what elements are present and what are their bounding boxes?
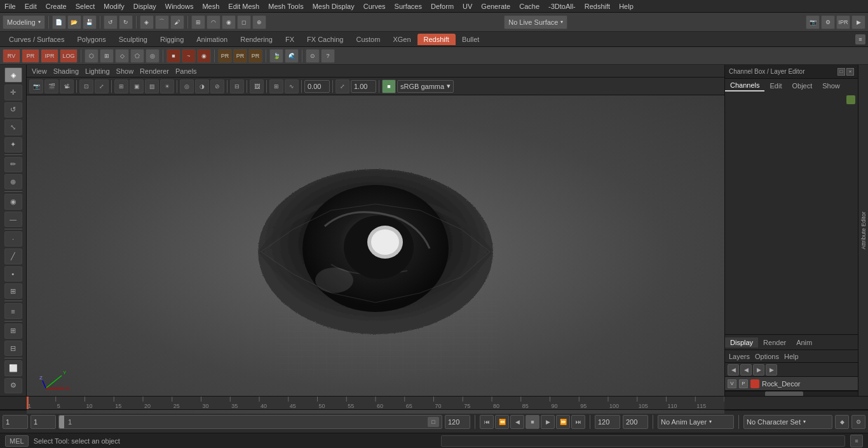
vp-menu-view[interactable]: View <box>32 67 47 75</box>
snap-curve-btn[interactable]: ◠ <box>207 15 220 29</box>
layer-name[interactable]: Rock_Decor <box>762 380 801 388</box>
quick-layout-btn[interactable]: ⬜ <box>4 360 22 376</box>
vt-color-space-dropdown[interactable]: sRGB gamma ▾ <box>397 80 454 93</box>
frame-current-field[interactable]: 1 <box>31 415 56 429</box>
step-fwd-btn[interactable]: ⏩ <box>556 415 570 429</box>
frame-start-field[interactable]: 1 <box>3 415 28 429</box>
attribute-editor-tab[interactable]: Attribute Editor <box>858 65 868 396</box>
menu-modify[interactable]: Modify <box>99 1 128 11</box>
vt-camera-scale[interactable]: 1.00 <box>351 80 376 93</box>
transform-tool-btn[interactable]: ✛ <box>4 85 22 100</box>
tab-redshift[interactable]: Redshift <box>417 34 456 45</box>
vt-frame-all[interactable]: ⤢ <box>95 79 109 93</box>
component-edge-btn[interactable]: ╱ <box>4 248 22 264</box>
open-file-btn[interactable]: 📂 <box>67 15 81 29</box>
snap-point-btn[interactable]: ◉ <box>222 15 236 29</box>
layer-tab-render[interactable]: Render <box>758 337 791 348</box>
rs-obj1[interactable]: ⬡ <box>85 49 98 63</box>
tab-channels[interactable]: Channels <box>725 80 764 92</box>
tab-animation[interactable]: Animation <box>190 34 234 45</box>
layer-playback-btn[interactable]: P <box>739 379 748 388</box>
shelf-btn2[interactable]: ⊟ <box>4 341 22 356</box>
menu-curves[interactable]: Curves <box>359 1 390 11</box>
char-set-key-btn[interactable]: ◆ <box>835 415 849 429</box>
snap-vertex-btn[interactable]: ◉ <box>4 194 22 209</box>
rs-curve[interactable]: ~ <box>182 49 196 63</box>
rs-tex1[interactable]: 🍃 <box>269 49 283 63</box>
step-back-btn[interactable]: ⏪ <box>495 415 509 429</box>
vt-wireframe[interactable]: ⊞ <box>114 79 128 93</box>
layer-scrollbar[interactable] <box>725 391 858 396</box>
menu-display[interactable]: Display <box>129 1 161 11</box>
total-field[interactable]: 200 <box>623 415 648 429</box>
status-right-btn[interactable]: ≡ <box>850 435 863 447</box>
layer-menu-layers[interactable]: Layers <box>729 353 750 360</box>
vp-menu-renderer[interactable]: Renderer <box>140 67 169 75</box>
tab-channel-show[interactable]: Show <box>817 81 845 91</box>
component-face-btn[interactable]: ▪ <box>4 266 22 282</box>
viewport[interactable]: Y X Z persp <box>27 95 724 414</box>
playback-end-field[interactable]: 120 <box>445 415 470 429</box>
vp-menu-show[interactable]: Show <box>116 67 134 75</box>
rs-obj2[interactable]: ⊞ <box>100 49 114 63</box>
rs-cube[interactable]: ■ <box>166 49 180 63</box>
ipr-btn[interactable]: IPR <box>836 15 850 29</box>
command-input[interactable] <box>441 435 845 447</box>
component-vtx-btn[interactable]: · <box>4 231 22 247</box>
workspace-dropdown[interactable]: Modeling ▾ <box>3 15 45 29</box>
rs-circle[interactable]: ◉ <box>197 49 211 63</box>
new-file-btn[interactable]: 📄 <box>52 15 66 29</box>
vt-camera-pos[interactable]: 0.00 <box>304 80 330 93</box>
char-set-dropdown[interactable]: No Character Set ▾ <box>743 415 832 429</box>
menu-uv[interactable]: UV <box>458 1 477 11</box>
component-uvs-btn[interactable]: ⊞ <box>4 283 22 299</box>
layer-arrow-right[interactable]: ▶ <box>753 364 764 376</box>
tab-bullet[interactable]: Bullet <box>456 34 486 45</box>
panel-close-btn[interactable]: × <box>846 68 854 76</box>
panel-float-btn[interactable]: □ <box>837 68 845 76</box>
lasso-btn[interactable]: ⌒ <box>155 15 169 29</box>
rs-tex2[interactable]: 🌊 <box>285 49 299 63</box>
rs-light1[interactable]: PR <box>218 49 232 63</box>
rs-light3[interactable]: PR <box>248 49 262 63</box>
menu-file[interactable]: File <box>0 1 20 11</box>
toolbox-btn[interactable]: ⚙ <box>4 378 22 393</box>
timeline-ruler[interactable]: 1510152025303540455055606570758085909510… <box>27 397 724 409</box>
menu-generate[interactable]: Generate <box>477 1 515 11</box>
tab-channel-edit[interactable]: Edit <box>764 81 787 91</box>
menu-mesh[interactable]: Mesh <box>198 1 224 11</box>
save-file-btn[interactable]: 💾 <box>83 15 97 29</box>
menu-edit-mesh[interactable]: Edit Mesh <box>224 1 264 11</box>
tab-rendering[interactable]: Rendering <box>234 34 279 45</box>
tab-custom[interactable]: Custom <box>350 34 387 45</box>
rs-obj3[interactable]: ◇ <box>115 49 129 63</box>
vt-light[interactable]: ☀ <box>160 79 174 93</box>
tab-xgen[interactable]: XGen <box>386 34 417 45</box>
shelf-btn1[interactable]: ⊞ <box>4 323 22 339</box>
layer-arrow-right2[interactable]: ▶ <box>766 364 777 376</box>
show-manip-btn[interactable]: ⊕ <box>4 174 22 189</box>
redo-btn[interactable]: ↻ <box>119 15 133 29</box>
rs-btn3[interactable]: IPR <box>41 49 58 63</box>
soft-select-btn[interactable]: ✏ <box>4 157 22 172</box>
menu-edit[interactable]: Edit <box>20 1 41 11</box>
layer-arrow-left2[interactable]: ◀ <box>740 364 752 376</box>
vt-cam1[interactable]: 📷 <box>29 79 43 93</box>
vp-menu-shading[interactable]: Shading <box>53 67 79 75</box>
go-start-btn[interactable]: ⏮ <box>480 415 494 429</box>
tab-curves-surfaces[interactable]: Curves / Surfaces <box>3 34 71 45</box>
rs-env2[interactable]: ? <box>321 49 335 63</box>
menu-deform[interactable]: Deform <box>426 1 458 11</box>
vt-cam2[interactable]: 🎬 <box>44 79 58 93</box>
snap-grid-btn[interactable]: ⊞ <box>191 15 205 29</box>
vt-curves-show[interactable]: ∿ <box>285 79 299 93</box>
rs-obj4[interactable]: ⬠ <box>130 49 144 63</box>
layer-menu-help[interactable]: Help <box>784 353 799 360</box>
layer-arrow-left[interactable]: ◀ <box>728 364 739 376</box>
no-live-surface-dropdown[interactable]: No Live Surface ▾ <box>504 15 567 29</box>
play-back-btn[interactable]: ◀ <box>510 415 524 429</box>
select-btn[interactable]: ◈ <box>140 15 154 29</box>
layer-visible-btn[interactable]: V <box>728 379 736 388</box>
go-end-btn[interactable]: ⏭ <box>571 415 585 429</box>
vt-textured[interactable]: ▨ <box>145 79 159 93</box>
